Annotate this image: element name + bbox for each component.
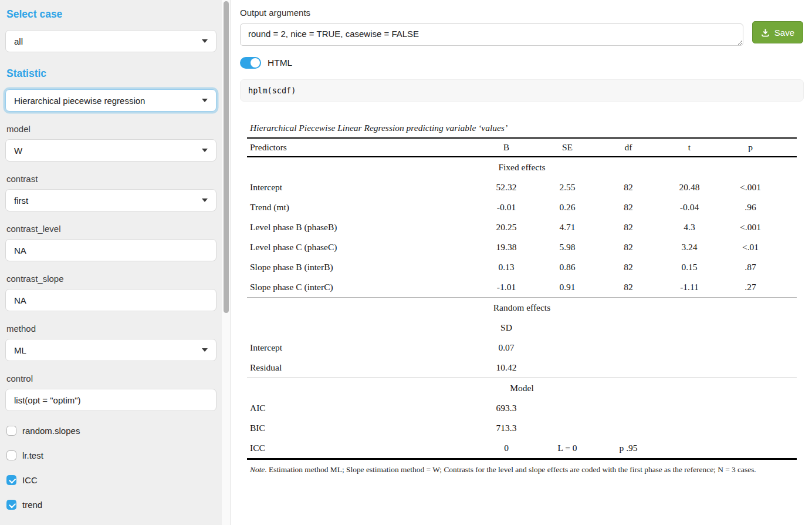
checkbox-row-lr-test[interactable]: lr.test [6,450,215,460]
section-heading-row: Random effects [247,298,797,318]
col-header-b: B [476,138,537,157]
contrast-dropdown[interactable]: first [5,189,216,211]
table-row: AIC 693.3 [247,398,797,418]
select-case-heading: Select case [6,8,215,21]
random-slopes-checkbox[interactable] [6,426,16,436]
model-heading: Model [247,378,797,399]
table-header-row: Predictors B SE df t p [247,138,797,157]
statistic-dropdown[interactable]: Hierarchical piecewise regression [5,89,216,112]
html-toggle-knob [251,58,260,68]
output-arguments-row: round = 2, nice = TRUE, casewise = FALSE… [240,23,803,46]
col-header-predictors: Predictors [247,138,476,157]
table-note: Note. Estimation method ML; Slope estima… [247,465,797,474]
section-heading-row: Fixed effects [247,157,797,177]
model-label: model [6,124,215,134]
output-arguments-input[interactable]: round = 2, nice = TRUE, casewise = FALSE [240,23,743,46]
fixed-effects-heading: Fixed effects [247,157,797,177]
statistic-value: Hierarchical piecewise regression [14,96,145,106]
sidebar: Select case all Statistic Hierarchical p… [0,0,222,525]
method-label: method [6,324,215,334]
control-input[interactable] [5,389,216,411]
model-value: W [14,146,22,156]
method-value: ML [14,345,26,355]
table-row: Residual 10.42 [247,358,797,378]
random-slopes-label: random.slopes [22,426,80,436]
select-case-dropdown[interactable]: all [5,30,216,52]
contrast-level-input[interactable] [5,239,216,261]
code-output: hplm(scdf) [240,79,804,102]
table-title: Hierarchical Piecewise Linear Regression… [247,123,797,133]
model-dropdown[interactable]: W [5,139,216,161]
html-toggle[interactable] [240,57,261,69]
col-header-t: t [659,138,720,157]
lr-test-checkbox[interactable] [6,450,16,460]
random-effects-heading: Random effects [247,298,797,318]
control-label: control [6,373,215,383]
col-header-p: p [720,138,781,157]
col-header-se: SE [537,138,598,157]
table-row: Slope phase C (interC) -1.01 0.91 82 -1.… [247,277,797,298]
note-body: . Estimation method ML; Slope estimation… [265,465,756,474]
chevron-down-icon [202,99,208,102]
section-heading-row: Model [247,378,797,399]
table-row: Intercept 0.07 [247,338,797,358]
results-table-container: Hierarchical Piecewise Linear Regression… [247,123,797,474]
table-row: Slope phase B (interB) 0.13 0.86 82 0.15… [247,257,797,277]
checkbox-row-trend[interactable]: trend [6,500,215,510]
statistic-heading: Statistic [6,68,215,80]
col-header-df: df [598,138,659,157]
table-row: BIC 713.3 [247,418,797,438]
contrast-level-label: contrast_level [6,224,215,234]
html-toggle-label: HTML [268,58,292,68]
icc-checkbox[interactable] [6,475,16,485]
download-icon [761,28,770,37]
table-row: Level phase B (phaseB) 20.25 4.71 82 4.3… [247,217,797,237]
method-dropdown[interactable]: ML [5,339,216,361]
contrast-slope-label: contrast_slope [6,274,215,284]
sidebar-scrollbar-thumb[interactable] [224,1,229,313]
chevron-down-icon [202,39,208,43]
trend-label: trend [22,500,42,510]
chevron-down-icon [202,198,208,202]
icc-label: ICC [22,475,38,485]
main-panel: Output arguments round = 2, nice = TRUE,… [230,0,812,525]
save-button-label: Save [774,28,794,38]
output-arguments-label: Output arguments [240,8,803,18]
save-button[interactable]: Save [752,21,803,43]
table-row: Intercept 52.32 2.55 82 20.48 <.001 [247,177,797,197]
checkbox-row-random-slopes[interactable]: random.slopes [6,426,215,436]
contrast-slope-input[interactable] [5,289,216,311]
contrast-value: first [14,196,28,206]
checkbox-row-icc[interactable]: ICC [6,475,215,485]
trend-checkbox[interactable] [6,500,16,510]
table-row: ICC 0 L = 0 p .95 [247,438,797,459]
contrast-label: contrast [6,174,215,184]
results-table: Predictors B SE df t p Fixed effects Int… [247,137,797,460]
sd-subheader: SD [476,318,537,338]
chevron-down-icon [202,149,208,152]
chevron-down-icon [202,348,208,352]
select-case-value: all [14,36,23,46]
sidebar-scrollbar-track[interactable] [222,0,230,525]
table-row: SD [247,318,797,338]
table-row: Trend (mt) -0.01 0.26 82 -0.04 .96 [247,197,797,217]
note-word: Note [250,465,265,474]
html-toggle-row: HTML [240,57,803,69]
lr-test-label: lr.test [22,450,43,460]
table-row: Level phase C (phaseC) 19.38 5.98 82 3.2… [247,237,797,257]
